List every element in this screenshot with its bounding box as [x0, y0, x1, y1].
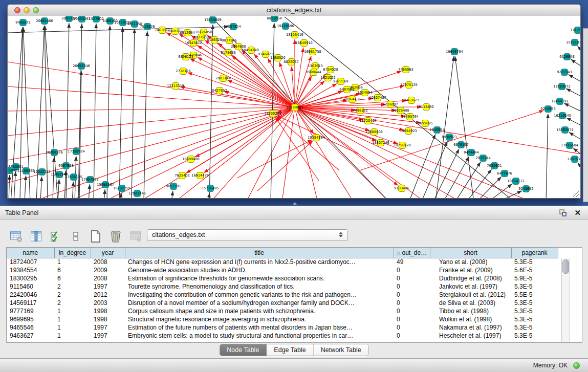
graph-edge[interactable]	[569, 75, 580, 83]
column-header-pagerank[interactable]: pagerank	[511, 248, 558, 258]
close-panel-icon[interactable]: ✕	[574, 208, 581, 218]
graph-edge[interactable]	[443, 157, 469, 198]
table-cell[interactable]: 5.3E-5	[511, 307, 558, 315]
table-cell[interactable]: Stergiakouli et al. (2012)	[430, 291, 511, 299]
graph-edge[interactable]	[295, 107, 318, 198]
graph-edge[interactable]	[578, 46, 580, 54]
graph-edge[interactable]	[292, 67, 295, 107]
graph-edge[interactable]	[571, 59, 580, 68]
network-canvas[interactable]: 1872400718300295193845547463822896012389…	[8, 16, 580, 198]
table-cell[interactable]: 1997	[91, 332, 125, 340]
graph-edge[interactable]	[107, 26, 110, 198]
table-cell[interactable]: 0	[394, 307, 430, 315]
table-cell[interactable]: Dudbridge et al. (2008)	[430, 274, 511, 282]
table-cell[interactable]: 5.3E-5	[511, 258, 558, 266]
select-rows-checklist-icon[interactable]	[49, 230, 62, 243]
table-cell[interactable]: 0	[394, 266, 430, 274]
table-row[interactable]: 1456911722003Disruption of a novel membe…	[7, 299, 558, 307]
table-cell[interactable]: 5.3E-5	[511, 332, 558, 340]
table-cell[interactable]: 2	[54, 299, 91, 307]
table-cell[interactable]: 1998	[91, 315, 125, 323]
graph-edge[interactable]	[94, 24, 96, 198]
table-cell[interactable]: 5.3E-5	[511, 282, 558, 291]
table-cell[interactable]: 1997	[91, 282, 125, 291]
delete-trash-icon[interactable]	[109, 230, 122, 243]
graph-edge[interactable]	[104, 189, 105, 198]
new-document-icon[interactable]	[89, 230, 102, 243]
graph-edge[interactable]	[72, 182, 73, 198]
vertical-scrollbar[interactable]	[561, 258, 570, 342]
table-cell[interactable]: 6	[54, 274, 91, 282]
graph-edge[interactable]	[171, 191, 173, 198]
table-cell[interactable]: 2003	[91, 299, 125, 307]
table-cell[interactable]: 1	[54, 323, 91, 332]
table-cell[interactable]: Corpus callosum shape and size in male p…	[125, 307, 394, 315]
table-row[interactable]: 1872400712008Changes of HCN gene express…	[7, 258, 558, 266]
column-header-title[interactable]: title	[125, 248, 394, 258]
graph-edge[interactable]	[89, 184, 90, 198]
table-cell[interactable]: 0	[394, 323, 430, 332]
graph-edge[interactable]	[566, 89, 580, 98]
graph-edge[interactable]	[53, 157, 54, 198]
table-cell[interactable]: 0	[394, 315, 430, 323]
graph-edge[interactable]	[409, 134, 435, 198]
table-cell[interactable]: 2	[54, 291, 91, 299]
graph-edge[interactable]	[210, 107, 295, 198]
graph-edge[interactable]	[569, 133, 580, 141]
table-cell[interactable]: Estimation of the future numbers of pati…	[125, 323, 394, 332]
table-cell[interactable]: 2009	[91, 266, 125, 274]
graph-edge[interactable]	[564, 103, 580, 113]
memory-status-indicator[interactable]	[573, 362, 580, 369]
tab-node-table[interactable]: Node Table	[220, 344, 266, 356]
table-cell[interactable]: 5.6E-5	[511, 266, 558, 274]
graph-edge[interactable]	[25, 176, 26, 198]
table-cell[interactable]: Franke et al. (2009)	[430, 266, 511, 274]
table-cell[interactable]: 14569117	[7, 299, 54, 307]
column-header-name[interactable]: name	[7, 248, 54, 258]
table-settings-icon[interactable]	[9, 230, 23, 243]
graph-edge[interactable]	[275, 117, 319, 181]
resize-grip[interactable]	[573, 191, 579, 197]
graph-edge[interactable]	[190, 59, 295, 107]
table-row[interactable]: 969969511998Structural magnetic resonanc…	[7, 315, 558, 323]
table-cell[interactable]: de Silva et al. (2003)	[430, 299, 511, 307]
table-cell[interactable]: 22420046	[7, 291, 54, 299]
table-cell[interactable]: Changes of HCN gene expression and I(f) …	[125, 258, 394, 266]
table-cell[interactable]: 9463627	[7, 332, 54, 340]
table-cell[interactable]: Disruption of a novel member of a sodium…	[125, 299, 394, 307]
graph-edge[interactable]	[573, 148, 580, 157]
table-cell[interactable]: 18300295	[7, 274, 54, 282]
table-cell[interactable]: 2012	[91, 291, 125, 299]
table-cell[interactable]: 0	[394, 299, 430, 307]
table-row[interactable]: 946362711997Embryonic stem cells: a mode…	[7, 332, 558, 340]
table-row[interactable]: 977716911998Corpus callosum shape and si…	[7, 307, 558, 315]
network-graph[interactable]: 1872400718300295193845547463822896012389…	[8, 16, 580, 198]
graph-edge[interactable]	[295, 107, 398, 186]
table-cell[interactable]: 1	[54, 307, 91, 315]
table-cell[interactable]: 19384554	[7, 266, 54, 274]
table-cell[interactable]: 0	[394, 291, 430, 299]
table-cell[interactable]: Estimation of significance thresholds fo…	[125, 274, 394, 282]
graph-edge[interactable]	[58, 179, 59, 198]
table-cell[interactable]: 0	[394, 332, 430, 340]
table-cell[interactable]: Tibbo et al. (1998)	[430, 307, 511, 315]
graph-edge[interactable]	[9, 175, 10, 198]
window-titlebar[interactable]: citations_edges.txt	[8, 5, 580, 16]
table-cell[interactable]: Hescheler et al. (1997)	[430, 332, 511, 340]
table-cell[interactable]: 2008	[91, 274, 125, 282]
select-column-icon[interactable]	[29, 230, 42, 243]
table-cell[interactable]: Embryonic stem cells: a model to study s…	[125, 332, 394, 340]
table-cell[interactable]: 5.9E-5	[511, 274, 558, 282]
graph-edge[interactable]	[488, 184, 512, 198]
graph-edge[interactable]	[246, 107, 295, 198]
table-cell[interactable]: Structural magnetic resonance image aver…	[125, 315, 394, 323]
table-cell[interactable]: 9115460	[7, 282, 54, 291]
table-row[interactable]: 946554611997Estimation of the future num…	[7, 323, 558, 332]
graph-edge[interactable]	[546, 114, 548, 198]
table-cell[interactable]: 9699695	[7, 315, 54, 323]
table-row[interactable]: 911546021997Tourette syndrome. Phenomeno…	[7, 282, 558, 291]
graph-edge[interactable]	[421, 141, 447, 198]
table-row[interactable]: 2242004622012Investigating the contribut…	[7, 291, 558, 299]
table-cell[interactable]: 1	[54, 332, 91, 340]
table-cell[interactable]: 5.5E-5	[511, 291, 558, 299]
